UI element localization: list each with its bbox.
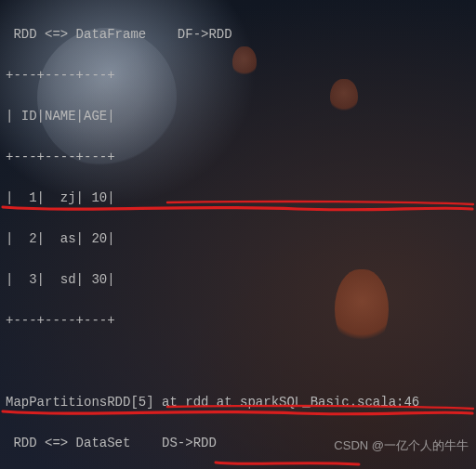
table-separator: +---+----+---+ — [6, 65, 470, 85]
table-row: | 2| as| 20| — [6, 228, 470, 249]
terminal-output: RDD <=> DataFrame DF->RDD +---+----+---+… — [0, 0, 476, 469]
table-header: | ID|NAME|AGE| — [6, 106, 470, 126]
table-row: | 3| sd| 30| — [6, 269, 470, 290]
rdd-result-line: MapPartitionsRDD[5] at rdd at sparkSQL_B… — [6, 392, 470, 412]
table-separator: +---+----+---+ — [6, 310, 470, 331]
watermark-text: CSDN @一亿个人的牛牛 — [334, 436, 469, 456]
blank-line — [6, 351, 470, 371]
table-row: | 1| zj| 10| — [6, 188, 470, 208]
section-header: RDD <=> DataFrame DF->RDD — [6, 24, 470, 45]
table-separator: +---+----+---+ — [6, 147, 470, 167]
